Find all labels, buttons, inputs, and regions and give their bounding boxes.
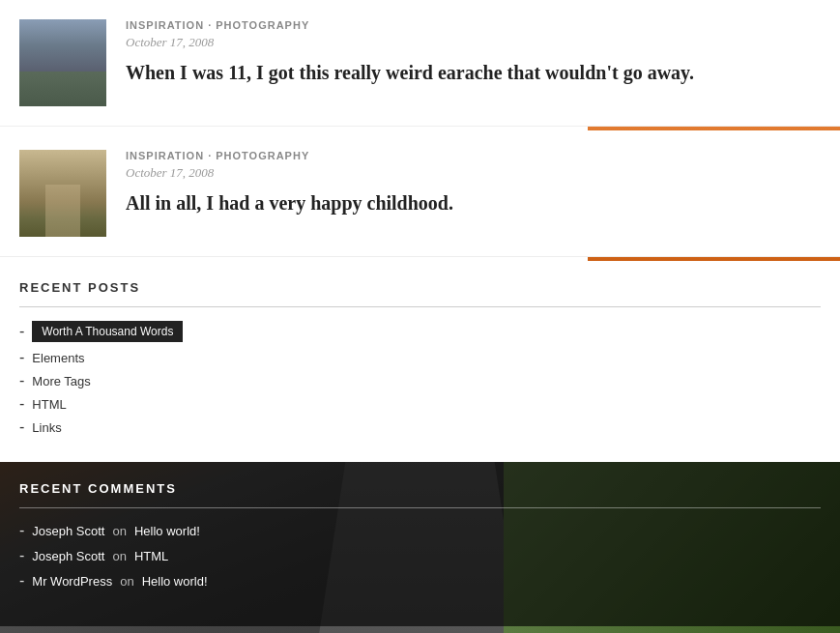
post-meta-1: INSPIRATION · PHOTOGRAPHY October 17, 20… <box>126 19 821 85</box>
comment-link-1[interactable]: Hello world! <box>134 524 200 538</box>
comment-link-3[interactable]: Hello world! <box>142 574 208 589</box>
recent-post-link-5[interactable]: Links <box>32 420 61 435</box>
post-excerpt-2: All in all, I had a very happy childhood… <box>126 190 821 216</box>
recent-post-link-2[interactable]: Elements <box>32 351 84 365</box>
bullet-icon: - <box>19 572 24 590</box>
list-item: - Joseph Scott on HTML <box>19 547 821 564</box>
post-card-2: INSPIRATION · PHOTOGRAPHY October 17, 20… <box>0 130 840 257</box>
comment-author-1[interactable]: Joseph Scott <box>32 524 104 538</box>
post-date-2: October 17, 2008 <box>126 165 821 181</box>
list-item: - HTML <box>19 396 821 412</box>
bullet-icon: - <box>19 350 24 365</box>
recent-comments-divider <box>19 507 821 508</box>
comment-on-text: on <box>120 574 133 589</box>
recent-post-link-4[interactable]: HTML <box>32 397 66 412</box>
recent-posts-title: RECENT POSTS <box>19 280 821 295</box>
bullet-icon: - <box>19 419 24 435</box>
post-thumbnail-1 <box>19 19 106 106</box>
post-thumbnail-2 <box>19 150 106 237</box>
list-item: - Worth A Thousand Words <box>19 321 821 342</box>
content-area: INSPIRATION · PHOTOGRAPHY October 17, 20… <box>0 0 840 626</box>
bullet-icon: - <box>19 522 24 539</box>
list-item: - More Tags <box>19 373 821 388</box>
thumbnail-image-2 <box>19 150 106 237</box>
recent-comments-list: - Joseph Scott on Hello world! - Joseph … <box>19 522 821 590</box>
post-card-1: INSPIRATION · PHOTOGRAPHY October 17, 20… <box>0 0 840 127</box>
post-categories-1: INSPIRATION · PHOTOGRAPHY <box>126 19 821 31</box>
recent-comments-title: RECENT COMMENTS <box>19 481 821 496</box>
recent-posts-section: RECENT POSTS - Worth A Thousand Words - … <box>0 261 840 462</box>
bullet-icon: - <box>19 324 24 339</box>
list-item: - Elements <box>19 350 821 365</box>
thumbnail-image-1 <box>19 19 106 106</box>
bullet-icon: - <box>19 547 24 564</box>
bullet-icon: - <box>19 396 24 412</box>
recent-posts-divider <box>19 306 821 307</box>
list-item: - Mr WordPress on Hello world! <box>19 572 821 590</box>
list-item: - Links <box>19 419 821 435</box>
post-excerpt-1: When I was 11, I got this really weird e… <box>126 60 821 85</box>
comment-author-2[interactable]: Joseph Scott <box>32 549 104 563</box>
recent-post-link-1[interactable]: Worth A Thousand Words <box>32 321 183 342</box>
recent-comments-section: RECENT COMMENTS - Joseph Scott on Hello … <box>0 462 840 626</box>
recent-posts-list: - Worth A Thousand Words - Elements - Mo… <box>19 321 821 435</box>
post-meta-2: INSPIRATION · PHOTOGRAPHY October 17, 20… <box>126 150 821 216</box>
bullet-icon: - <box>19 373 24 388</box>
comment-link-2[interactable]: HTML <box>134 549 168 563</box>
comment-author-3[interactable]: Mr WordPress <box>32 574 112 589</box>
post-categories-2: INSPIRATION · PHOTOGRAPHY <box>126 150 821 161</box>
comment-on-text: on <box>112 524 126 538</box>
recent-post-link-3[interactable]: More Tags <box>32 374 90 388</box>
list-item: - Joseph Scott on Hello world! <box>19 522 821 539</box>
post-date-1: October 17, 2008 <box>126 35 821 50</box>
comment-on-text: on <box>112 549 126 563</box>
page-wrapper: INSPIRATION · PHOTOGRAPHY October 17, 20… <box>0 0 840 633</box>
